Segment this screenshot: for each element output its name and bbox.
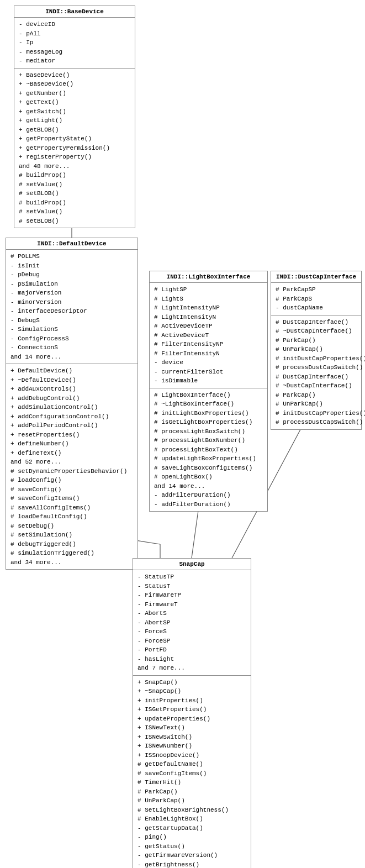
snapcap-methods: + SnapCap() + ~SnapCap() + initPropertie… [133, 676, 251, 869]
dustcap-title: INDI::DustCapInterface [271, 271, 361, 283]
dustcap-fields: # ParkCapSP # ParkCapS - dustCapName [271, 283, 361, 315]
default-device-box: INDI::DefaultDevice # POLLMS - isInit - … [6, 238, 138, 570]
default-device-methods: + DefaultDevice() + ~DefaultDevice() + a… [6, 364, 137, 569]
dustcap-methods: # DustCapInterface() # ~DustCapInterface… [271, 315, 361, 429]
dustcap-interface-box: INDI::DustCapInterface # ParkCapSP # Par… [271, 271, 362, 430]
default-device-title: INDI::DefaultDevice [6, 238, 137, 250]
diagram-container: INDI::BaseDevice - deviceID - pAll - Ip … [0, 0, 365, 868]
base-device-fields: - deviceID - pAll - Ip - messageLog - me… [14, 18, 135, 69]
snapcap-fields: - StatusTP - StatusT - FirmwareTP - Firm… [133, 570, 251, 676]
lightbox-methods: # LightBoxInterface() # ~LightBoxInterfa… [150, 388, 267, 512]
base-device-title: INDI::BaseDevice [14, 6, 135, 18]
base-device-methods: + BaseDevice() + ~BaseDevice() + getNumb… [14, 69, 135, 228]
default-device-fields: # POLLMS - isInit - pDebug - pSimulation… [6, 250, 137, 364]
lightbox-interface-box: INDI::LightBoxInterface # LightSP # Ligh… [149, 271, 268, 512]
snapcap-box: SnapCap - StatusTP - StatusT - FirmwareT… [133, 558, 251, 868]
lightbox-title: INDI::LightBoxInterface [150, 271, 267, 283]
lightbox-fields: # LightSP # LightS # LightIntensityNP # … [150, 283, 267, 388]
snapcap-title: SnapCap [133, 559, 251, 570]
base-device-box: INDI::BaseDevice - deviceID - pAll - Ip … [14, 6, 135, 228]
